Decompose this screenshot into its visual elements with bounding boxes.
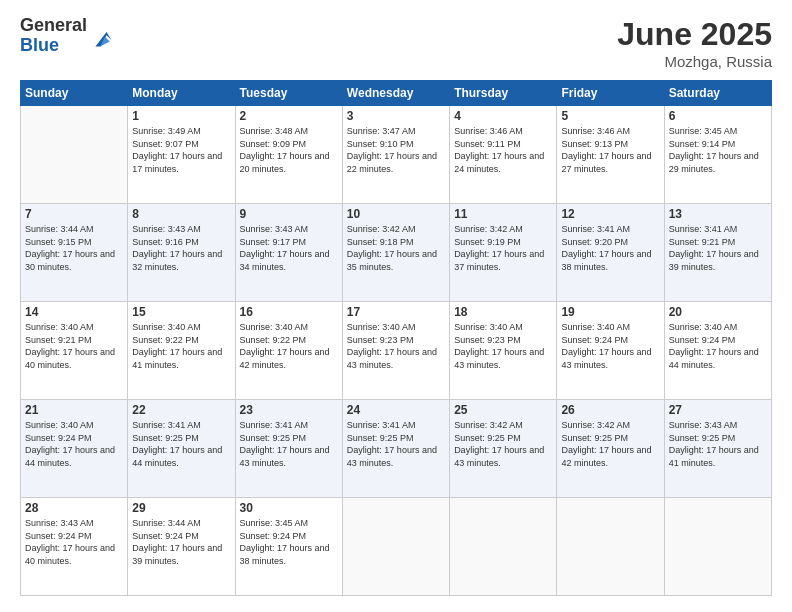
day-info: Sunrise: 3:48 AMSunset: 9:09 PMDaylight:… <box>240 125 338 175</box>
day-info: Sunrise: 3:41 AMSunset: 9:20 PMDaylight:… <box>561 223 659 273</box>
calendar-cell <box>664 498 771 596</box>
day-info: Sunrise: 3:40 AMSunset: 9:23 PMDaylight:… <box>454 321 552 371</box>
calendar-cell: 24Sunrise: 3:41 AMSunset: 9:25 PMDayligh… <box>342 400 449 498</box>
header-row: Sunday Monday Tuesday Wednesday Thursday… <box>21 81 772 106</box>
header-saturday: Saturday <box>664 81 771 106</box>
calendar-cell: 11Sunrise: 3:42 AMSunset: 9:19 PMDayligh… <box>450 204 557 302</box>
calendar-cell <box>450 498 557 596</box>
logo-blue: Blue <box>20 36 87 56</box>
day-number: 19 <box>561 305 659 319</box>
day-info: Sunrise: 3:46 AMSunset: 9:13 PMDaylight:… <box>561 125 659 175</box>
day-number: 22 <box>132 403 230 417</box>
day-info: Sunrise: 3:40 AMSunset: 9:24 PMDaylight:… <box>25 419 123 469</box>
header-monday: Monday <box>128 81 235 106</box>
calendar-cell: 10Sunrise: 3:42 AMSunset: 9:18 PMDayligh… <box>342 204 449 302</box>
header: General Blue June 2025 Mozhga, Russia <box>20 16 772 70</box>
day-number: 1 <box>132 109 230 123</box>
day-number: 8 <box>132 207 230 221</box>
day-number: 17 <box>347 305 445 319</box>
location: Mozhga, Russia <box>617 53 772 70</box>
calendar-cell: 29Sunrise: 3:44 AMSunset: 9:24 PMDayligh… <box>128 498 235 596</box>
day-info: Sunrise: 3:40 AMSunset: 9:22 PMDaylight:… <box>132 321 230 371</box>
day-number: 25 <box>454 403 552 417</box>
calendar-week-2: 14Sunrise: 3:40 AMSunset: 9:21 PMDayligh… <box>21 302 772 400</box>
day-info: Sunrise: 3:41 AMSunset: 9:21 PMDaylight:… <box>669 223 767 273</box>
day-info: Sunrise: 3:43 AMSunset: 9:16 PMDaylight:… <box>132 223 230 273</box>
day-number: 2 <box>240 109 338 123</box>
day-info: Sunrise: 3:40 AMSunset: 9:21 PMDaylight:… <box>25 321 123 371</box>
day-number: 5 <box>561 109 659 123</box>
calendar-cell: 1Sunrise: 3:49 AMSunset: 9:07 PMDaylight… <box>128 106 235 204</box>
day-info: Sunrise: 3:45 AMSunset: 9:14 PMDaylight:… <box>669 125 767 175</box>
calendar-cell: 25Sunrise: 3:42 AMSunset: 9:25 PMDayligh… <box>450 400 557 498</box>
day-info: Sunrise: 3:40 AMSunset: 9:23 PMDaylight:… <box>347 321 445 371</box>
calendar-cell: 23Sunrise: 3:41 AMSunset: 9:25 PMDayligh… <box>235 400 342 498</box>
day-number: 28 <box>25 501 123 515</box>
calendar-cell <box>557 498 664 596</box>
calendar-cell: 27Sunrise: 3:43 AMSunset: 9:25 PMDayligh… <box>664 400 771 498</box>
day-number: 29 <box>132 501 230 515</box>
calendar-cell: 2Sunrise: 3:48 AMSunset: 9:09 PMDaylight… <box>235 106 342 204</box>
day-info: Sunrise: 3:45 AMSunset: 9:24 PMDaylight:… <box>240 517 338 567</box>
calendar-cell: 28Sunrise: 3:43 AMSunset: 9:24 PMDayligh… <box>21 498 128 596</box>
day-info: Sunrise: 3:41 AMSunset: 9:25 PMDaylight:… <box>347 419 445 469</box>
calendar-week-0: 1Sunrise: 3:49 AMSunset: 9:07 PMDaylight… <box>21 106 772 204</box>
month-title: June 2025 <box>617 16 772 53</box>
day-number: 11 <box>454 207 552 221</box>
day-number: 16 <box>240 305 338 319</box>
day-number: 30 <box>240 501 338 515</box>
logo: General Blue <box>20 16 113 56</box>
calendar-cell: 8Sunrise: 3:43 AMSunset: 9:16 PMDaylight… <box>128 204 235 302</box>
header-sunday: Sunday <box>21 81 128 106</box>
day-number: 24 <box>347 403 445 417</box>
day-number: 10 <box>347 207 445 221</box>
day-number: 23 <box>240 403 338 417</box>
calendar-cell: 6Sunrise: 3:45 AMSunset: 9:14 PMDaylight… <box>664 106 771 204</box>
calendar-cell <box>342 498 449 596</box>
day-info: Sunrise: 3:42 AMSunset: 9:25 PMDaylight:… <box>454 419 552 469</box>
day-info: Sunrise: 3:40 AMSunset: 9:24 PMDaylight:… <box>669 321 767 371</box>
calendar-cell: 26Sunrise: 3:42 AMSunset: 9:25 PMDayligh… <box>557 400 664 498</box>
day-info: Sunrise: 3:44 AMSunset: 9:15 PMDaylight:… <box>25 223 123 273</box>
day-number: 15 <box>132 305 230 319</box>
day-info: Sunrise: 3:43 AMSunset: 9:17 PMDaylight:… <box>240 223 338 273</box>
day-info: Sunrise: 3:49 AMSunset: 9:07 PMDaylight:… <box>132 125 230 175</box>
day-number: 4 <box>454 109 552 123</box>
day-info: Sunrise: 3:41 AMSunset: 9:25 PMDaylight:… <box>132 419 230 469</box>
header-friday: Friday <box>557 81 664 106</box>
logo-text: General Blue <box>20 16 87 56</box>
day-number: 20 <box>669 305 767 319</box>
day-info: Sunrise: 3:42 AMSunset: 9:18 PMDaylight:… <box>347 223 445 273</box>
day-info: Sunrise: 3:43 AMSunset: 9:25 PMDaylight:… <box>669 419 767 469</box>
calendar-cell: 17Sunrise: 3:40 AMSunset: 9:23 PMDayligh… <box>342 302 449 400</box>
day-info: Sunrise: 3:42 AMSunset: 9:19 PMDaylight:… <box>454 223 552 273</box>
calendar-cell: 13Sunrise: 3:41 AMSunset: 9:21 PMDayligh… <box>664 204 771 302</box>
calendar-cell: 12Sunrise: 3:41 AMSunset: 9:20 PMDayligh… <box>557 204 664 302</box>
calendar-week-1: 7Sunrise: 3:44 AMSunset: 9:15 PMDaylight… <box>21 204 772 302</box>
calendar-cell: 16Sunrise: 3:40 AMSunset: 9:22 PMDayligh… <box>235 302 342 400</box>
day-number: 27 <box>669 403 767 417</box>
day-number: 14 <box>25 305 123 319</box>
day-number: 13 <box>669 207 767 221</box>
calendar-cell: 4Sunrise: 3:46 AMSunset: 9:11 PMDaylight… <box>450 106 557 204</box>
calendar-cell: 9Sunrise: 3:43 AMSunset: 9:17 PMDaylight… <box>235 204 342 302</box>
header-wednesday: Wednesday <box>342 81 449 106</box>
calendar-cell <box>21 106 128 204</box>
calendar-week-3: 21Sunrise: 3:40 AMSunset: 9:24 PMDayligh… <box>21 400 772 498</box>
day-number: 3 <box>347 109 445 123</box>
day-info: Sunrise: 3:41 AMSunset: 9:25 PMDaylight:… <box>240 419 338 469</box>
calendar-cell: 21Sunrise: 3:40 AMSunset: 9:24 PMDayligh… <box>21 400 128 498</box>
day-number: 6 <box>669 109 767 123</box>
calendar-cell: 19Sunrise: 3:40 AMSunset: 9:24 PMDayligh… <box>557 302 664 400</box>
logo-icon <box>89 24 113 48</box>
calendar-cell: 15Sunrise: 3:40 AMSunset: 9:22 PMDayligh… <box>128 302 235 400</box>
calendar-cell: 14Sunrise: 3:40 AMSunset: 9:21 PMDayligh… <box>21 302 128 400</box>
day-number: 9 <box>240 207 338 221</box>
calendar-cell: 20Sunrise: 3:40 AMSunset: 9:24 PMDayligh… <box>664 302 771 400</box>
day-number: 7 <box>25 207 123 221</box>
calendar-cell: 22Sunrise: 3:41 AMSunset: 9:25 PMDayligh… <box>128 400 235 498</box>
day-info: Sunrise: 3:40 AMSunset: 9:24 PMDaylight:… <box>561 321 659 371</box>
page: General Blue June 2025 Mozhga, Russia Su… <box>0 0 792 612</box>
header-tuesday: Tuesday <box>235 81 342 106</box>
calendar-cell: 3Sunrise: 3:47 AMSunset: 9:10 PMDaylight… <box>342 106 449 204</box>
